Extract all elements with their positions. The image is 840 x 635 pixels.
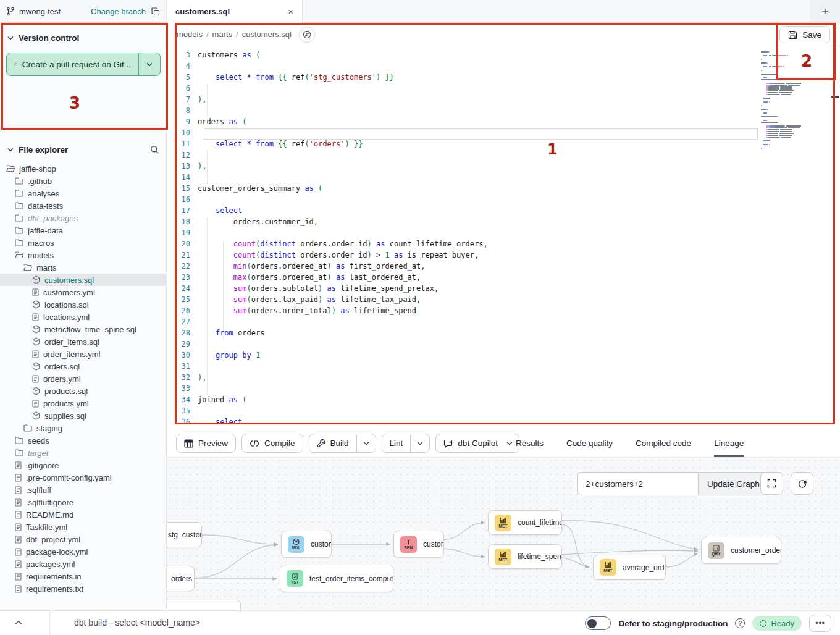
lineage-node-orders[interactable]: MDLorders [167, 566, 195, 591]
tree-item--gitignore[interactable]: .gitignore [0, 459, 167, 471]
copilot-inline-button[interactable] [299, 27, 315, 43]
tree-item--github[interactable]: .github [0, 175, 167, 187]
tree-item-metricflow-time-spine-sql[interactable]: metricflow_time_spine.sql [0, 323, 167, 335]
command-input[interactable]: dbt build --select <model_name> [74, 618, 200, 628]
code-line-26[interactable]: 26 sum(orders.order_total) as lifetime_s… [167, 305, 840, 316]
code-line-10[interactable]: 10 [167, 127, 840, 138]
tree-item-requirements-txt[interactable]: requirements.txt [0, 582, 167, 595]
lineage-node-lifetime-spend-pretax[interactable]: METlifetime_spend_pretax [488, 544, 562, 569]
lineage-node-count-lifetime-orders[interactable]: METcount_lifetime_orders [488, 510, 562, 535]
code-line-23[interactable]: 23 max(orders.ordered_at) as last_ordere… [167, 272, 840, 283]
lineage-node-customer-order-metrics[interactable]: QRYcustomer_order_metrics [701, 537, 781, 564]
lineage-node-average-order-value[interactable]: METaverage_order_value [593, 555, 666, 580]
tree-item-products-sql[interactable]: products.sql [0, 385, 167, 397]
tree-item-readme-md[interactable]: README.md [0, 508, 167, 521]
code-line-6[interactable]: 6 [167, 83, 840, 94]
tree-item-jaffle-shop[interactable]: jaffle-shop [0, 162, 167, 175]
tree-item-customers-yml[interactable]: customers.yml [0, 286, 167, 298]
code-line-28[interactable]: 28 from orders [167, 327, 840, 339]
code-line-9[interactable]: 9orders as ( [167, 116, 840, 127]
build-options-caret[interactable] [356, 434, 376, 452]
tree-item-analyses[interactable]: analyses [0, 187, 167, 200]
tree-item-dbt-project-yml[interactable]: dbt_project.yml [0, 533, 167, 545]
tree-item-locations-yml[interactable]: locations.yml [0, 311, 167, 323]
tree-item-supplies-sql[interactable]: supplies.sql [0, 410, 167, 422]
tree-item-order-items-sql[interactable]: order_items.sql [0, 335, 167, 348]
tree-item-jaffle-data[interactable]: jaffle-data [0, 224, 167, 237]
code-line-13[interactable]: 13), [167, 161, 840, 172]
code-line-19[interactable]: 19 [167, 227, 840, 238]
code-line-5[interactable]: 5 select * from {{ ref('stg_customers') … [167, 72, 840, 83]
refresh-button[interactable] [791, 472, 813, 495]
code-line-29[interactable]: 29 [167, 339, 840, 350]
tab-compiled-code[interactable]: Compiled code [636, 429, 691, 457]
update-graph-button[interactable]: Update Graph [699, 472, 769, 495]
tree-item-orders-yml[interactable]: orders.yml [0, 372, 167, 385]
copy-branch-button[interactable] [151, 7, 160, 16]
file-search-button[interactable] [150, 145, 159, 154]
help-icon[interactable]: ? [735, 618, 745, 628]
code-line-36[interactable]: 36 select [167, 416, 840, 427]
tree-item-customers-sql[interactable]: customers.sql [0, 274, 167, 286]
code-line-32[interactable]: 32), [167, 372, 840, 383]
tree-item-packages-yml[interactable]: packages.yml [0, 558, 167, 570]
tree-item-models[interactable]: models [0, 249, 167, 261]
minimap[interactable] [761, 49, 818, 149]
tree-item-marts[interactable]: marts [0, 261, 167, 274]
tab-code-quality[interactable]: Code quality [566, 429, 613, 457]
editor-tab-customers-sql[interactable]: customers.sql × [167, 0, 303, 23]
lineage-node-test-order-items-compute-to-bools-[interactable]: TSTtest_order_items_compute_to_bools... [280, 565, 393, 592]
code-line-17[interactable]: 17 select [167, 205, 840, 216]
change-branch-link[interactable]: Change branch [91, 7, 146, 16]
code-editor[interactable]: 23customers as (45 select * from {{ ref(… [167, 46, 840, 429]
tree-item--sqlfluffignore[interactable]: .sqlfluffignore [0, 496, 167, 508]
code-line-30[interactable]: 30 group by 1 [167, 350, 840, 361]
compile-button[interactable]: Compile [242, 434, 303, 453]
breadcrumb-part[interactable]: models [177, 30, 203, 39]
tree-item--sqlfluff[interactable]: .sqlfluff [0, 484, 167, 496]
save-button[interactable]: Save [779, 26, 830, 43]
tree-item-macros[interactable]: macros [0, 237, 167, 249]
code-line-24[interactable]: 24 sum(orders.subtotal) as lifetime_spen… [167, 283, 840, 294]
tab-lineage[interactable]: Lineage [714, 429, 744, 457]
code-line-33[interactable]: 33 [167, 383, 840, 394]
lint-button[interactable]: Lint [382, 434, 430, 453]
more-options-button[interactable]: ••• [809, 615, 831, 632]
preview-button[interactable]: Preview [176, 434, 236, 453]
tree-item-products-yml[interactable]: products.yml [0, 397, 167, 410]
tree-item-taskfile-yml[interactable]: Taskfile.yml [0, 521, 167, 533]
lint-options-caret[interactable] [410, 434, 429, 452]
fullscreen-button[interactable] [760, 472, 783, 495]
tree-item-data-tests[interactable]: data-tests [0, 200, 167, 212]
lineage-node-customers[interactable]: SEMcustomers [393, 531, 444, 558]
lineage-node-customers[interactable]: MDLcustomers [281, 531, 332, 558]
code-line-3[interactable]: 3customers as ( [167, 49, 840, 61]
tree-item-requirements-in[interactable]: requirements.in [0, 570, 167, 582]
code-line-8[interactable]: 8 [167, 105, 840, 116]
code-line-21[interactable]: 21 count(distinct orders.order_id) > 1 a… [167, 250, 840, 261]
lineage-node-stg-customers[interactable]: MDLstg_customers [167, 522, 202, 547]
code-line-35[interactable]: 35 [167, 405, 840, 416]
lineage-selector-input[interactable] [578, 472, 699, 495]
new-tab-button[interactable]: + [821, 6, 828, 17]
defer-toggle[interactable] [585, 616, 611, 630]
breadcrumb-part[interactable]: marts [212, 30, 233, 39]
status-badge[interactable]: Ready [752, 616, 802, 631]
tree-item--pre-commit-config-yaml[interactable]: .pre-commit-config.yaml [0, 471, 167, 484]
tree-item-staging[interactable]: staging [0, 422, 167, 434]
code-line-34[interactable]: 34joined as ( [167, 394, 840, 405]
build-button[interactable]: Build [309, 434, 376, 453]
chevron-down-icon[interactable] [7, 148, 14, 152]
tree-item-order-items-yml[interactable]: order_items.yml [0, 348, 167, 360]
code-line-27[interactable]: 27 [167, 316, 840, 327]
code-line-20[interactable]: 20 count(distinct orders.order_id) as co… [167, 238, 840, 250]
tree-item-seeds[interactable]: seeds [0, 434, 167, 447]
code-line-11[interactable]: 11 select * from {{ ref('orders') }} [167, 138, 840, 149]
code-line-4[interactable]: 4 [167, 61, 840, 72]
expand-command-icon[interactable] [15, 616, 22, 628]
tree-item-orders-sql[interactable]: orders.sql [0, 360, 167, 372]
code-line-12[interactable]: 12 [167, 149, 840, 161]
pr-button-caret[interactable] [139, 53, 160, 75]
code-line-25[interactable]: 25 sum(orders.tax_paid) as lifetime_tax_… [167, 294, 840, 305]
tree-item-package-lock-yml[interactable]: package-lock.yml [0, 545, 167, 558]
